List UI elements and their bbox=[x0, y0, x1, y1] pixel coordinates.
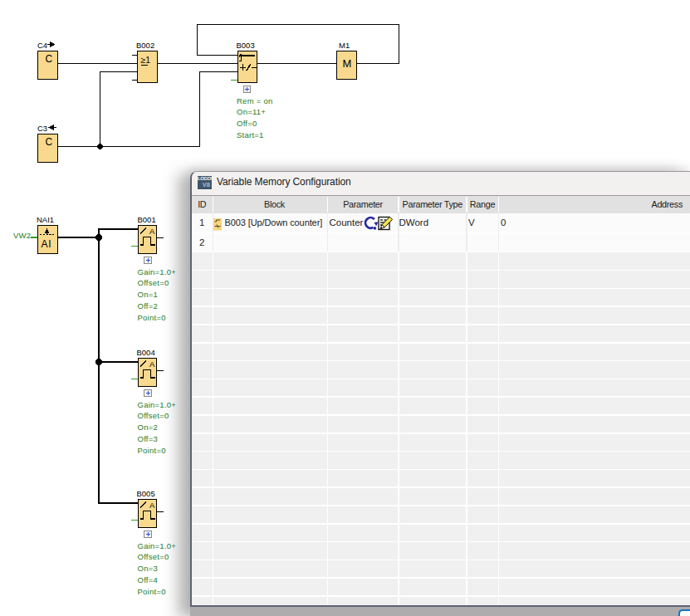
svg-text:C4: C4 bbox=[37, 41, 47, 50]
svg-text:A: A bbox=[149, 501, 155, 510]
svg-text:C: C bbox=[46, 136, 53, 148]
svg-text:C: C bbox=[46, 53, 53, 65]
svg-text:Off=0: Off=0 bbox=[237, 119, 257, 128]
svg-text:≥1: ≥1 bbox=[141, 55, 151, 65]
svg-text:Off=4: Off=4 bbox=[138, 575, 159, 584]
svg-text:B005: B005 bbox=[137, 489, 155, 498]
svg-text:Off=3: Off=3 bbox=[138, 434, 159, 443]
svg-text:Gain=1.0+: Gain=1.0+ bbox=[138, 541, 177, 550]
svg-text:Gain=1.0+: Gain=1.0+ bbox=[138, 267, 177, 276]
svg-text:B002: B002 bbox=[136, 41, 154, 50]
svg-text:B001: B001 bbox=[138, 215, 156, 224]
svg-text:VW2: VW2 bbox=[13, 231, 31, 240]
svg-text:NAI1: NAI1 bbox=[37, 215, 54, 224]
svg-text:B003: B003 bbox=[237, 41, 255, 50]
svg-text:Point=0: Point=0 bbox=[138, 587, 166, 596]
svg-text:Rem = on: Rem = on bbox=[237, 96, 272, 105]
svg-text:Gain=1.0+: Gain=1.0+ bbox=[138, 400, 177, 409]
svg-text:Offset=0: Offset=0 bbox=[138, 552, 169, 561]
svg-text:Start=1: Start=1 bbox=[237, 130, 264, 139]
svg-text:Point=0: Point=0 bbox=[138, 313, 166, 322]
svg-text:On=1: On=1 bbox=[138, 290, 159, 299]
svg-text:A: A bbox=[149, 227, 155, 236]
svg-text:On=3: On=3 bbox=[138, 564, 159, 573]
svg-text:M: M bbox=[343, 57, 352, 70]
svg-text:C3: C3 bbox=[37, 124, 47, 133]
svg-text:Offset=0: Offset=0 bbox=[138, 278, 169, 287]
svg-text:Off=2: Off=2 bbox=[138, 301, 159, 310]
svg-text:Offset=0: Offset=0 bbox=[138, 411, 169, 420]
svg-text:B004: B004 bbox=[137, 348, 155, 357]
svg-text:Point=0: Point=0 bbox=[138, 446, 166, 455]
svg-text:On=11+: On=11+ bbox=[237, 107, 266, 116]
svg-text:M1: M1 bbox=[339, 41, 350, 50]
svg-text:AI: AI bbox=[42, 238, 52, 250]
svg-text:A: A bbox=[149, 359, 155, 369]
svg-text:On=2: On=2 bbox=[138, 423, 159, 432]
